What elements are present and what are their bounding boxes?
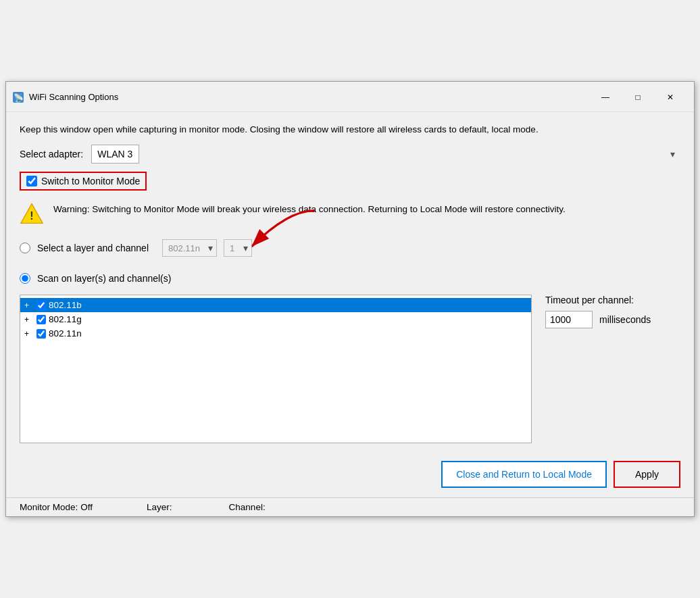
monitor-mode-status-label: Monitor Mode: [20, 502, 78, 512]
titlebar: 📡 WiFi Scanning Options — □ ✕ [6, 82, 694, 112]
channel-select-wrapper: 1 [224, 239, 252, 257]
close-button[interactable]: ✕ [655, 87, 686, 107]
monitor-mode-status: Monitor Mode: Off [20, 502, 93, 512]
list-item-label: 802.11n [49, 328, 82, 339]
warning-icon: ! [20, 201, 44, 226]
warning-text: Warning: Switching to Monitor Mode will … [53, 201, 566, 216]
monitor-mode-checkbox[interactable] [26, 176, 37, 186]
expand-icon: + [24, 329, 34, 339]
adapter-row: Select adapter: WLAN 3 [20, 145, 680, 164]
titlebar-buttons: — □ ✕ [590, 87, 686, 107]
maximize-button[interactable]: □ [622, 87, 653, 107]
svg-text:!: ! [30, 209, 33, 222]
list-item[interactable]: + 802.11n [20, 326, 531, 341]
scan-section: + 802.11b + 802.11g + 802.11n [20, 295, 680, 443]
timeout-row: milliseconds [545, 311, 680, 328]
statusbar: Monitor Mode: Off Layer: Channel: [6, 497, 694, 516]
layer-status-label: Layer: [147, 502, 172, 512]
channel-select[interactable]: 1 [224, 239, 252, 257]
main-content: Keep this window open while capturing in… [6, 112, 694, 454]
scan-layers-radio[interactable] [20, 273, 30, 284]
select-layer-radio[interactable] [20, 243, 30, 253]
timeout-area: Timeout per channel: milliseconds [545, 295, 680, 328]
bottom-buttons: Close and Return to Local Mode Apply [6, 454, 694, 497]
minimize-button[interactable]: — [590, 87, 621, 107]
monitor-mode-status-value: Off [80, 502, 93, 512]
layer-checkbox-g[interactable] [36, 315, 46, 324]
timeout-label: Timeout per channel: [545, 295, 680, 305]
arrow-section: Select a layer and channel 802.11n 1 [20, 236, 680, 259]
apply-button[interactable]: Apply [614, 461, 680, 488]
list-item[interactable]: + 802.11b [20, 298, 531, 312]
list-item[interactable]: + 802.11g [20, 312, 531, 326]
layer-select[interactable]: 802.11n [162, 239, 217, 257]
milliseconds-label: milliseconds [599, 314, 651, 325]
adapter-select-wrapper: WLAN 3 [91, 145, 680, 164]
warning-box: ! Warning: Switching to Monitor Mode wil… [20, 199, 680, 228]
scan-layers-radio-row: Scan on layer(s) and channel(s) [20, 270, 680, 286]
adapter-select[interactable]: WLAN 3 [91, 145, 139, 164]
wifi-icon: 📡 [11, 91, 25, 104]
scan-list-box[interactable]: + 802.11b + 802.11g + 802.11n [20, 295, 532, 443]
select-layer-radio-row: Select a layer and channel 802.11n 1 [20, 236, 680, 259]
window-title: WiFi Scanning Options [29, 92, 586, 102]
channel-status-label: Channel: [229, 502, 266, 512]
layer-status: Layer: [147, 502, 175, 512]
layer-select-wrapper: 802.11n [162, 239, 217, 257]
list-item-label: 802.11b [49, 300, 82, 310]
main-window: 📡 WiFi Scanning Options — □ ✕ Keep this … [5, 81, 695, 517]
layer-checkbox-b[interactable] [36, 301, 46, 310]
scan-list-area: + 802.11b + 802.11g + 802.11n [20, 295, 532, 443]
scan-layers-label[interactable]: Scan on layer(s) and channel(s) [37, 273, 171, 284]
close-local-button[interactable]: Close and Return to Local Mode [441, 461, 607, 488]
expand-icon: + [24, 315, 34, 324]
timeout-input[interactable] [545, 311, 593, 328]
layer-checkbox-n[interactable] [36, 329, 46, 339]
select-layer-label[interactable]: Select a layer and channel [37, 243, 149, 253]
description-text: Keep this window open while capturing in… [20, 123, 680, 136]
list-item-label: 802.11g [49, 314, 82, 324]
adapter-label: Select adapter: [20, 149, 83, 159]
monitor-mode-row[interactable]: Switch to Monitor Mode [20, 172, 147, 191]
monitor-mode-label[interactable]: Switch to Monitor Mode [41, 176, 140, 186]
expand-icon: + [24, 301, 34, 310]
svg-text:📡: 📡 [14, 93, 24, 103]
channel-status: Channel: [229, 502, 268, 512]
